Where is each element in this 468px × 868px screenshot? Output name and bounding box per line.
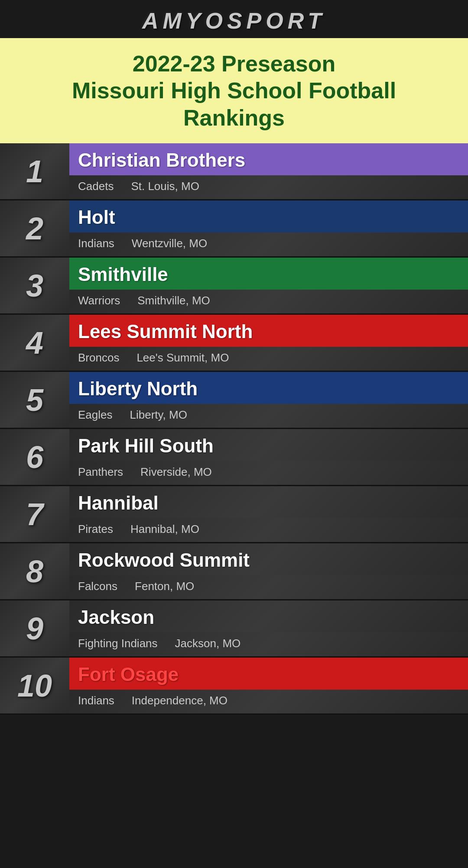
rank-row: 5 Liberty North Eagles Liberty, MO (0, 372, 468, 429)
logo: AMYOSPORT (0, 8, 468, 34)
rank-row: 9 Jackson Fighting Indians Jackson, MO (0, 600, 468, 658)
rankings-list: 1 Christian Brothers Cadets St. Louis, M… (0, 143, 468, 715)
school-name-bar: Jackson (69, 600, 468, 632)
rank-info-col: Fort Osage Indians Independence, MO (69, 658, 468, 713)
school-details: Broncos Lee's Summit, MO (69, 347, 468, 371)
school-details: Warriors Smithville, MO (69, 290, 468, 313)
school-details: Cadets St. Louis, MO (69, 175, 468, 199)
rank-number-col: 2 (0, 200, 69, 256)
school-mascot: Eagles (78, 408, 113, 422)
school-name: Lees Summit North (78, 321, 253, 342)
rank-number-col: 6 (0, 429, 69, 485)
rank-number-col: 7 (0, 486, 69, 542)
rank-number-col: 10 (0, 658, 69, 713)
rank-info-col: Holt Indians Wentzville, MO (69, 200, 468, 256)
rank-row: 6 Park Hill South Panthers Riverside, MO (0, 429, 468, 486)
school-mascot: Falcons (78, 580, 117, 593)
school-mascot: Warriors (78, 294, 120, 307)
rank-number: 5 (26, 382, 43, 418)
rank-number-col: 3 (0, 258, 69, 313)
rank-number-col: 9 (0, 600, 69, 656)
school-name: Park Hill South (78, 435, 214, 456)
school-location: Smithville, MO (137, 294, 210, 307)
school-name: Hannibal (78, 492, 159, 513)
header: AMYOSPORT (0, 0, 468, 38)
rank-row: 7 Hannibal Pirates Hannibal, MO (0, 486, 468, 543)
school-mascot: Pirates (78, 523, 113, 536)
school-location: Riverside, MO (140, 465, 212, 479)
rank-info-col: Liberty North Eagles Liberty, MO (69, 372, 468, 428)
rank-number: 2 (26, 211, 43, 246)
rank-info-col: Park Hill South Panthers Riverside, MO (69, 429, 468, 485)
rank-row: 4 Lees Summit North Broncos Lee's Summit… (0, 315, 468, 372)
rank-info-col: Rockwood Summit Falcons Fenton, MO (69, 543, 468, 599)
rank-number-col: 4 (0, 315, 69, 371)
school-details: Falcons Fenton, MO (69, 575, 468, 599)
school-location: Jackson, MO (175, 637, 241, 650)
rank-row: 10 Fort Osage Indians Independence, MO (0, 658, 468, 715)
school-details: Indians Independence, MO (69, 690, 468, 713)
school-mascot: Fighting Indians (78, 637, 158, 650)
rank-number: 10 (17, 668, 52, 703)
school-mascot: Indians (78, 237, 114, 250)
rank-number-col: 8 (0, 543, 69, 599)
school-name-bar: Hannibal (69, 486, 468, 518)
school-name: Holt (78, 207, 115, 228)
school-details: Eagles Liberty, MO (69, 404, 468, 428)
school-name: Christian Brothers (78, 149, 245, 171)
school-name-bar: Smithville (69, 258, 468, 290)
rank-number: 3 (26, 268, 43, 303)
rank-info-col: Hannibal Pirates Hannibal, MO (69, 486, 468, 542)
rank-row: 1 Christian Brothers Cadets St. Louis, M… (0, 143, 468, 200)
school-name: Smithville (78, 264, 168, 285)
school-name: Liberty North (78, 378, 198, 399)
school-details: Panthers Riverside, MO (69, 461, 468, 485)
school-name-bar: Fort Osage (69, 658, 468, 690)
school-mascot: Panthers (78, 465, 123, 479)
rank-row: 8 Rockwood Summit Falcons Fenton, MO (0, 543, 468, 600)
school-details: Pirates Hannibal, MO (69, 518, 468, 542)
school-location: Independence, MO (132, 694, 228, 707)
school-location: Liberty, MO (130, 408, 187, 422)
rank-number-col: 1 (0, 143, 69, 199)
rank-row: 2 Holt Indians Wentzville, MO (0, 200, 468, 258)
school-details: Fighting Indians Jackson, MO (69, 632, 468, 656)
school-mascot: Cadets (78, 180, 114, 193)
school-location: St. Louis, MO (131, 180, 199, 193)
title-text: 2022-23 Preseason Missouri High School F… (13, 50, 455, 131)
school-mascot: Broncos (78, 351, 119, 365)
rank-number: 9 (26, 611, 43, 646)
school-name-bar: Lees Summit North (69, 315, 468, 347)
school-details: Indians Wentzville, MO (69, 232, 468, 256)
rank-info-col: Jackson Fighting Indians Jackson, MO (69, 600, 468, 656)
school-location: Fenton, MO (135, 580, 194, 593)
school-name-bar: Holt (69, 200, 468, 232)
school-name: Rockwood Summit (78, 549, 250, 571)
rank-number: 8 (26, 554, 43, 589)
rank-row: 3 Smithville Warriors Smithville, MO (0, 258, 468, 315)
rank-info-col: Lees Summit North Broncos Lee's Summit, … (69, 315, 468, 371)
rank-number: 1 (26, 154, 43, 189)
school-name-bar: Liberty North (69, 372, 468, 404)
rank-number: 4 (26, 325, 43, 361)
rank-number: 6 (26, 439, 43, 475)
school-name-bar: Christian Brothers (69, 143, 468, 175)
rank-info-col: Smithville Warriors Smithville, MO (69, 258, 468, 313)
rank-number: 7 (26, 497, 43, 532)
school-name-bar: Rockwood Summit (69, 543, 468, 575)
school-mascot: Indians (78, 694, 114, 707)
school-location: Hannibal, MO (130, 523, 199, 536)
school-name: Jackson (78, 607, 154, 628)
school-name: Fort Osage (78, 664, 179, 685)
school-location: Lee's Summit, MO (136, 351, 229, 365)
rank-number-col: 5 (0, 372, 69, 428)
title-banner: 2022-23 Preseason Missouri High School F… (0, 38, 468, 143)
school-name-bar: Park Hill South (69, 429, 468, 461)
rank-info-col: Christian Brothers Cadets St. Louis, MO (69, 143, 468, 199)
school-location: Wentzville, MO (132, 237, 207, 250)
